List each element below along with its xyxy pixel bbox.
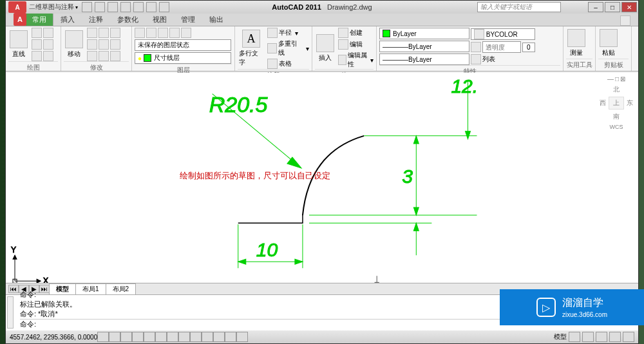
layer-more-icon[interactable] — [181, 28, 191, 38]
new-icon[interactable] — [82, 2, 92, 12]
minimize-button[interactable]: – — [588, 2, 603, 12]
dim-12: 12. — [451, 75, 478, 97]
search-input[interactable]: 输入关键字或短语 — [477, 2, 561, 12]
close-button[interactable]: ✕ — [621, 2, 637, 12]
app-logo-button[interactable]: A — [14, 13, 26, 26]
move-button[interactable]: 移动 — [64, 29, 84, 60]
layer-state-dropdown[interactable]: 未保存的图层状态 — [135, 39, 231, 51]
transparency-icon[interactable] — [471, 42, 481, 52]
command-handle[interactable] — [7, 296, 14, 329]
dim-10: 10 — [256, 239, 278, 260]
layout-first-icon[interactable]: ⏮ — [8, 285, 19, 293]
layer-freeze-icon[interactable] — [158, 28, 168, 38]
array-icon[interactable] — [99, 51, 109, 61]
statusbar: 4557.2462, 2295.3666, 0.0000 模型 — [6, 330, 638, 343]
snap-toggle[interactable] — [97, 332, 109, 342]
copy-icon[interactable] — [87, 28, 97, 38]
ortho-toggle[interactable] — [120, 332, 132, 342]
table-icon[interactable] — [267, 59, 278, 69]
tab-home[interactable]: 常用 — [25, 13, 53, 26]
workspace-dropdown[interactable]: 二维草图与注释 — [29, 3, 74, 12]
plot-icon[interactable] — [133, 2, 144, 12]
help-icon[interactable] — [620, 15, 630, 26]
tab-parametric[interactable]: 参数化 — [110, 13, 146, 26]
layer-off-icon[interactable] — [146, 28, 156, 38]
status-icon-d[interactable] — [609, 332, 621, 342]
undo-icon[interactable] — [146, 2, 156, 12]
ellipse-icon[interactable] — [43, 51, 53, 61]
tpy-toggle[interactable] — [213, 332, 225, 342]
svg-marker-8 — [413, 136, 419, 144]
ducs-toggle[interactable] — [178, 332, 190, 342]
app-menu-button[interactable]: A — [8, 1, 26, 13]
tab-insert[interactable]: 插入 — [53, 13, 82, 26]
rect-icon[interactable] — [43, 39, 53, 50]
osnap-toggle[interactable] — [144, 332, 155, 342]
drawing-canvas[interactable]: R20.5 12. 3 — [6, 73, 638, 289]
status-icon-b[interactable] — [582, 332, 594, 342]
status-icon-c[interactable] — [596, 332, 607, 342]
insert-button[interactable]: 插入 — [315, 33, 336, 64]
hatch-icon[interactable] — [32, 51, 42, 61]
paste-icon — [600, 29, 618, 47]
layer-props-icon[interactable] — [135, 28, 145, 38]
mirror-icon[interactable] — [87, 39, 97, 50]
maximize-button[interactable]: □ — [605, 2, 620, 12]
status-icon-e[interactable] — [623, 332, 634, 342]
redo-icon[interactable] — [159, 2, 169, 12]
rotate-icon[interactable] — [99, 28, 109, 38]
mtext-button[interactable]: A 多行文字 — [238, 28, 265, 68]
lwt-toggle[interactable] — [202, 332, 213, 342]
arc-icon[interactable] — [32, 39, 42, 50]
ucs-y: Y — [11, 245, 16, 254]
lineweight-dropdown[interactable]: ———— ByLayer — [379, 41, 469, 52]
paste-button[interactable]: 粘贴 — [598, 28, 619, 59]
measure-button[interactable]: 测量 — [566, 28, 587, 59]
tab-annotate[interactable]: 注释 — [82, 13, 110, 26]
block-edit-icon[interactable] — [338, 39, 348, 50]
insert-icon — [316, 34, 334, 52]
saveas-icon[interactable] — [120, 2, 131, 12]
tab-output[interactable]: 输出 — [202, 13, 231, 26]
dim-radius-icon[interactable] — [267, 28, 278, 38]
panel-label-modify: 修改 — [64, 61, 129, 72]
polar-toggle[interactable] — [132, 332, 144, 342]
linetype-dropdown[interactable]: ———— ByLayer — [379, 53, 469, 65]
circle-icon[interactable] — [43, 28, 53, 38]
layer-dropdown[interactable]: ● 尺寸线层 — [135, 52, 231, 64]
tab-manage[interactable]: 管理 — [174, 13, 202, 26]
sc-toggle[interactable] — [236, 332, 248, 342]
block-attr-icon[interactable] — [338, 55, 346, 65]
mleader-icon[interactable] — [267, 43, 277, 53]
trim-icon[interactable] — [110, 28, 120, 38]
play-icon: ▷ — [536, 298, 556, 317]
tab-view[interactable]: 视图 — [146, 13, 174, 26]
qp-toggle[interactable] — [225, 332, 236, 342]
otrack-toggle[interactable] — [167, 332, 178, 342]
grid-toggle[interactable] — [109, 332, 120, 342]
status-icon-a[interactable] — [569, 332, 580, 342]
color-dropdown[interactable]: ByLayer — [379, 28, 469, 39]
dyn-toggle[interactable] — [190, 332, 202, 342]
dim-radius: R20.5 — [209, 92, 269, 117]
viewcube[interactable]: —□⊠ 北 西 上 东 南 WCS — [600, 75, 633, 130]
fillet-icon[interactable] — [110, 39, 120, 50]
explode-icon[interactable] — [110, 51, 120, 61]
list-icon[interactable] — [471, 54, 481, 64]
transparency-input[interactable] — [482, 41, 521, 53]
block-create-icon[interactable] — [338, 28, 348, 38]
plotstyle-dropdown[interactable]: BYCOLOR — [471, 28, 535, 40]
3dosnap-toggle[interactable] — [155, 332, 167, 342]
panel-label-draw: 绘图 — [8, 61, 58, 72]
line-button[interactable]: 直线 — [8, 29, 29, 60]
plotstyle-icon — [474, 29, 484, 39]
open-icon[interactable] — [95, 2, 105, 12]
svg-marker-9 — [413, 207, 419, 215]
model-paper-toggle[interactable]: 模型 — [554, 332, 567, 341]
layer-lock-icon[interactable] — [169, 28, 180, 38]
polyline-icon[interactable] — [32, 28, 42, 38]
save-icon[interactable] — [108, 2, 118, 12]
stretch-icon[interactable] — [87, 51, 97, 61]
svg-marker-20 — [13, 255, 17, 259]
scale-icon[interactable] — [99, 39, 109, 50]
